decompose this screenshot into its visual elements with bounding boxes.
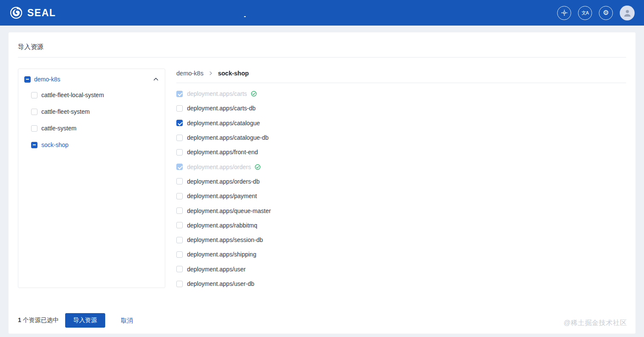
watermark: @稀土掘金技术社区 [564, 319, 627, 328]
checkbox[interactable] [176, 237, 183, 243]
tree-node-label[interactable]: cattle-fleet-system [41, 108, 90, 115]
resource-row[interactable]: deployment.apps/carts [176, 86, 626, 101]
checkbox[interactable] [176, 207, 183, 214]
checkbox[interactable] [31, 142, 37, 148]
resource-label: deployment.apps/orders [187, 164, 251, 170]
resource-row[interactable]: deployment.apps/session-db [176, 233, 626, 247]
resource-label: deployment.apps/carts-db [187, 105, 256, 112]
tree-node-demo-k8s[interactable]: demo-k8s [24, 76, 159, 83]
resource-label: deployment.apps/queue-master [187, 207, 271, 214]
nav-item[interactable] [278, 9, 280, 17]
resource-row[interactable]: deployment.apps/payment [176, 189, 626, 203]
resource-row[interactable]: deployment.apps/catalogue-db [176, 130, 626, 145]
notifications-icon[interactable] [557, 6, 571, 20]
tree-node[interactable]: sock-shop [31, 140, 159, 150]
selected-count-number: 1 [18, 317, 21, 323]
checkbox[interactable] [31, 109, 37, 115]
imported-check-icon [251, 91, 257, 97]
nav-item[interactable] [346, 9, 348, 17]
resource-label: deployment.apps/carts [187, 90, 247, 97]
resource-label: deployment.apps/shipping [187, 251, 256, 258]
tree-node-label[interactable]: sock-shop [41, 141, 69, 148]
footer-actions: 1个资源已选中 导入资源 取消 [18, 313, 626, 328]
resource-row[interactable]: deployment.apps/orders-db [176, 174, 626, 189]
cancel-button[interactable]: 取消 [121, 317, 133, 325]
nav-item[interactable] [261, 9, 263, 17]
navbar-actions: 文A ⚙ [557, 6, 635, 20]
resource-row[interactable]: deployment.apps/queue-master [176, 203, 626, 218]
cluster-tree-panel: demo-k8s cattle-fleet-local-system cattl… [18, 69, 165, 288]
resource-label: deployment.apps/front-end [187, 149, 258, 156]
checkbox[interactable] [176, 193, 183, 199]
main-nav [56, 9, 519, 17]
checkbox[interactable] [176, 91, 183, 97]
checkbox[interactable] [31, 92, 37, 98]
page-title: 导入资源 [18, 32, 626, 51]
navbar: SEAL 文A ⚙ [0, 0, 644, 26]
checkbox[interactable] [176, 266, 183, 272]
breadcrumb-current: sock-shop [218, 69, 249, 78]
nav-item[interactable] [329, 9, 331, 17]
tree-node-label[interactable]: cattle-fleet-local-system [41, 92, 104, 98]
resource-label: deployment.apps/catalogue-db [187, 134, 268, 141]
language-icon[interactable]: 文A [578, 6, 592, 20]
settings-icon[interactable]: ⚙ [599, 6, 613, 20]
checkbox[interactable] [176, 178, 183, 184]
tree-node[interactable]: cattle-fleet-system [31, 107, 159, 116]
import-button[interactable]: 导入资源 [65, 313, 105, 328]
user-avatar[interactable] [620, 6, 635, 20]
checkbox[interactable] [176, 120, 183, 126]
person-icon [623, 9, 632, 17]
checkbox[interactable] [24, 76, 31, 83]
breadcrumb-parent[interactable]: demo-k8s [176, 69, 204, 78]
seal-logo-icon [9, 6, 23, 20]
imported-check-icon [255, 164, 261, 170]
resource-label: deployment.apps/payment [187, 193, 257, 199]
tree-children: cattle-fleet-local-system cattle-fleet-s… [24, 90, 159, 150]
resource-row[interactable]: deployment.apps/catalogue [176, 116, 626, 130]
brand[interactable]: SEAL [9, 6, 56, 20]
selected-count: 1个资源已选中 [18, 317, 59, 324]
resource-row[interactable]: deployment.apps/carts-db [176, 101, 626, 115]
resource-row[interactable]: deployment.apps/orders [176, 159, 626, 174]
checkbox[interactable] [176, 251, 183, 258]
tree-node-label[interactable]: cattle-system [41, 125, 76, 132]
resource-panel: demo-k8s sock-shop deployment.apps/carts [176, 69, 626, 291]
checkbox[interactable] [176, 164, 183, 170]
nav-item[interactable] [227, 9, 229, 17]
nav-item[interactable] [312, 9, 314, 17]
title-divider [18, 57, 626, 58]
checkbox[interactable] [176, 222, 183, 228]
checkbox[interactable] [176, 135, 183, 141]
checkbox[interactable] [176, 105, 183, 112]
resource-label: deployment.apps/user [187, 266, 246, 273]
resource-row[interactable]: deployment.apps/rabbitmq [176, 218, 626, 233]
checkbox[interactable] [176, 281, 183, 287]
nav-item[interactable] [244, 9, 246, 17]
import-resources-panel: 导入资源 demo-k8s cattle-fleet-local-system … [9, 32, 635, 334]
resource-label: deployment.apps/orders-db [187, 178, 259, 185]
checkbox[interactable] [176, 149, 183, 156]
resource-label: deployment.apps/rabbitmq [187, 222, 257, 229]
tree-node-label[interactable]: demo-k8s [34, 76, 60, 83]
breadcrumb: demo-k8s sock-shop [176, 69, 626, 78]
breadcrumb-divider [176, 83, 626, 83]
resource-row[interactable]: deployment.apps/shipping [176, 247, 626, 262]
tree-node[interactable]: cattle-system [31, 124, 159, 133]
brand-name: SEAL [27, 7, 56, 19]
nav-item[interactable] [295, 9, 297, 17]
checkbox[interactable] [31, 125, 37, 132]
tree-node[interactable]: cattle-fleet-local-system [31, 90, 159, 100]
resource-label: deployment.apps/session-db [187, 236, 263, 243]
resource-label: deployment.apps/catalogue [187, 120, 260, 127]
resource-label: deployment.apps/user-db [187, 280, 254, 287]
resource-row[interactable]: deployment.apps/user [176, 262, 626, 277]
chevron-up-icon[interactable] [153, 76, 159, 82]
resource-row[interactable]: deployment.apps/front-end [176, 145, 626, 159]
chevron-right-icon [208, 71, 213, 76]
selected-count-label: 个资源已选中 [23, 317, 59, 323]
resource-row[interactable]: deployment.apps/user-db [176, 277, 626, 291]
content: demo-k8s cattle-fleet-local-system cattl… [18, 69, 626, 291]
resource-list: deployment.apps/carts deployment.apps/ca… [176, 86, 626, 291]
